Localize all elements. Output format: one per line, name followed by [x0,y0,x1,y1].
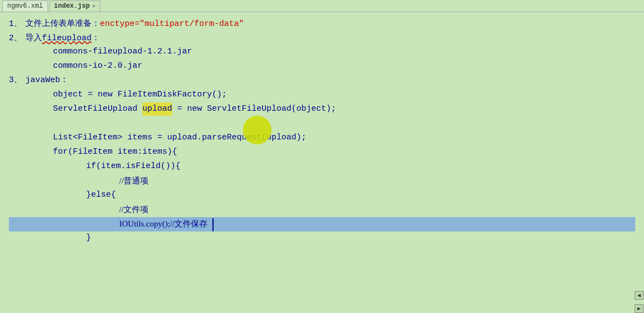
line-num-2: 2、 [9,32,25,45]
tab-bar: ngmv6.xml index.jsp ✕ [0,0,644,12]
code-line-14: //文件项 [9,203,635,217]
scrollbar-area: ◀ ▶ [634,291,644,313]
tab-indexjsp-label: index.jsp [54,2,90,10]
line-6-code: object = new FileItemDiskFactory(); [53,88,227,101]
line-2-colon: ： [92,32,100,45]
code-line-4: commons-io-2.0.jar [9,60,635,74]
line-11-code: if(item.isField()){ [86,160,180,173]
scroll-left-button[interactable]: ◀ [635,291,643,300]
line-9-code: List<FileItem> items = upload.parseReque… [53,131,306,144]
line-2-fileupload: fileupload [42,32,92,45]
line-15-code: IOUtils.copy();//文件保存 [119,217,207,230]
line-14-comment: //文件项 [119,203,148,216]
code-line-6: object = new FileItemDiskFactory(); [9,88,635,102]
line-3-jar: commons-fileupload-1.2.1.jar [53,45,192,58]
tab-indexjsp[interactable]: index.jsp ✕ [49,1,100,12]
line-7-rest: = new ServletFileUpload(object); [172,102,336,116]
code-line-1: 1、 文件上传表单准备：enctype="multipart/form-data… [9,17,635,31]
line-7-upload-highlight: upload [142,102,172,116]
code-line-9: List<FileItem> items = upload.parseReque… [9,131,635,145]
code-line-13: }else{ [9,188,635,203]
code-line-3: commons-fileupload-1.2.1.jar [9,45,635,60]
line-1-attr: enctype="multipart/form-data" [100,18,244,31]
line-num-1: 1、 [9,18,25,31]
tab-ngmv6[interactable]: ngmv6.xml [2,1,48,12]
code-line-8 [9,117,635,131]
code-line-16: } [9,231,635,246]
line-12-comment: //普通项 [119,174,148,187]
text-cursor [207,218,214,231]
code-line-11: if(item.isField()){ [9,160,635,174]
line-5-text: javaWeb： [25,74,68,87]
code-line-2: 2、 导入fileupload： [9,31,635,45]
line-num-3: 3、 [9,74,25,87]
code-line-10: for(FileItem item:items){ [9,145,635,160]
line-8-empty [9,117,14,130]
code-line-15: IOUtils.copy();//文件保存 [9,217,635,231]
line-1-text: 文件上传表单准备： [25,17,100,30]
code-line-7: ServletFileUpload upload = new ServletFi… [9,102,635,117]
line-16-code: } [86,231,91,245]
line-2-text: 导入 [25,31,42,44]
code-line-5: 3、 javaWeb： [9,74,635,88]
editor-container: ngmv6.xml index.jsp ✕ 1、 文件上传表单准备：enctyp… [0,0,644,313]
code-line-12: //普通项 [9,174,635,188]
line-10-code: for(FileItem item:items){ [53,145,177,159]
line-4-jar: commons-io-2.0.jar [53,60,142,73]
scroll-right-button[interactable]: ▶ [635,304,643,313]
tab-ngmv6-label: ngmv6.xml [7,2,43,10]
code-editor[interactable]: 1、 文件上传表单准备：enctype="multipart/form-data… [0,12,644,250]
line-7-servlet: ServletFileUpload [53,102,142,116]
line-13-code: }else{ [86,188,116,202]
close-icon[interactable]: ✕ [92,3,95,9]
